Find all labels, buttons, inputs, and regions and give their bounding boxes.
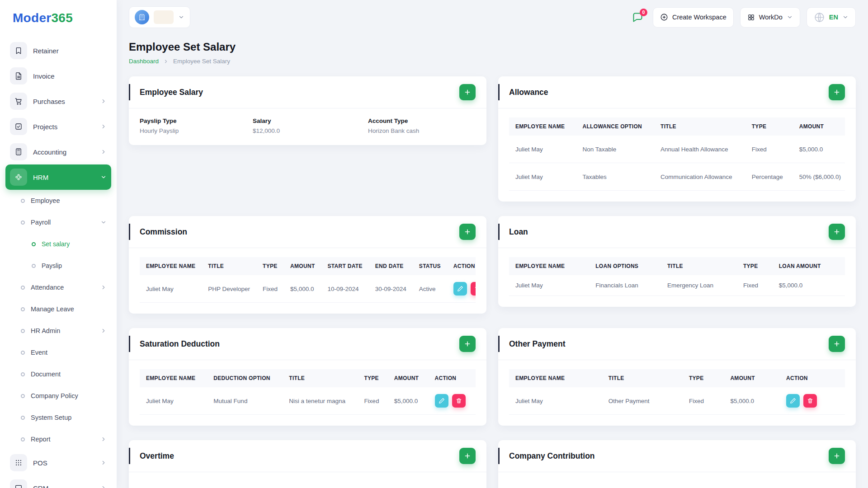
sidebar-item-label: Projects	[33, 123, 57, 131]
column-header: TYPE	[745, 117, 793, 136]
chevron-right-icon	[100, 284, 107, 291]
field-label: Account Type	[368, 117, 476, 124]
add-saturation-deduction-button[interactable]	[459, 336, 476, 352]
workspace-avatar-icon	[135, 10, 149, 24]
sidebar-item-crm[interactable]: CRM	[5, 475, 111, 488]
delete-button[interactable]	[452, 394, 466, 408]
column-header: TITLE	[202, 257, 256, 275]
table-scroll-area[interactable]: EMPLOYEE NAMELOAN OPTIONSTITLETYPELOAN A…	[509, 257, 845, 296]
column-header: TITLE	[654, 117, 745, 136]
table-body: Juliet MayMutual FundNisi a tenetur magn…	[140, 387, 476, 415]
chevron-down-icon	[787, 14, 793, 20]
pos-icon	[10, 454, 27, 471]
bullet-icon	[21, 221, 25, 225]
sidebar-item-label: System Setup	[31, 414, 71, 421]
cell: Fixed	[256, 275, 284, 303]
card-header: Employee Salary	[129, 76, 486, 108]
column-header: EMPLOYEE NAME	[509, 369, 602, 387]
column-header: ACTION	[447, 257, 476, 275]
table-scroll-area[interactable]: EMPLOYEE NAMEALLOWANCE OPTIONTITLETYPEAM…	[509, 117, 845, 191]
actions-cell	[447, 275, 476, 303]
table-scroll-area[interactable]: EMPLOYEE NAMETITLETYPEAMOUNTSTART DATEEN…	[140, 257, 476, 303]
column-header: EMPLOYEE NAME	[140, 257, 202, 275]
add-commission-button[interactable]	[459, 224, 476, 240]
delete-button[interactable]	[471, 282, 476, 296]
bullet-icon	[21, 329, 25, 333]
chevron-down-icon	[842, 14, 849, 20]
add-allowance-button[interactable]	[829, 84, 845, 100]
add-employee-salary-button[interactable]	[459, 84, 476, 100]
sidebar-item-projects[interactable]: Projects	[5, 114, 111, 139]
column-header: ACTION	[780, 369, 845, 387]
edit-button[interactable]	[453, 282, 467, 296]
sidebar-item-event[interactable]: Event	[5, 342, 111, 363]
sidebar-item-hrm[interactable]: HRM	[5, 164, 111, 190]
messages-button[interactable]: 0	[632, 11, 644, 23]
chevron-right-icon	[100, 98, 107, 104]
edit-button[interactable]	[435, 394, 448, 408]
action-buttons	[453, 282, 476, 296]
column-header: TYPE	[256, 257, 284, 275]
table-body: Juliet MayNon TaxableAnnual Health Allow…	[509, 136, 845, 191]
sidebar-item-retainer[interactable]: Retainer	[5, 38, 111, 63]
sidebar-item-pos[interactable]: POS	[5, 450, 111, 475]
sidebar-item-purchases[interactable]: Purchases	[5, 89, 111, 114]
sidebar-item-report[interactable]: Report	[5, 428, 111, 450]
cell: Mutual Fund	[207, 387, 283, 415]
chevron-right-icon	[100, 460, 107, 466]
workdo-menu-button[interactable]: WorkDo	[740, 7, 800, 28]
column-header: START DATE	[843, 257, 845, 275]
allowance-table: EMPLOYEE NAMEALLOWANCE OPTIONTITLETYPEAM…	[509, 117, 845, 191]
table-scroll-area[interactable]: EMPLOYEE NAMEDEDUCTION OPTIONTITLETYPEAM…	[140, 369, 476, 415]
chevron-right-icon	[100, 328, 107, 334]
add-overtime-button[interactable]	[459, 448, 476, 464]
sidebar-item-set-salary[interactable]: Set salary	[5, 233, 111, 255]
sidebar-item-employee[interactable]: Employee	[5, 190, 111, 211]
card-overtime: Overtime	[129, 440, 486, 488]
card-other-payment: Other PaymentEMPLOYEE NAMETITLETYPEAMOUN…	[498, 328, 856, 426]
breadcrumb-dashboard-link[interactable]: Dashboard	[129, 58, 159, 65]
card-header: Company Contribution	[498, 440, 856, 472]
card-body: EMPLOYEE NAMETITLETYPEAMOUNTSTART DATEEN…	[129, 248, 486, 314]
sidebar-item-manage-leave[interactable]: Manage Leave	[5, 298, 111, 320]
breadcrumb: Dashboard Employee Set Salary	[129, 58, 856, 65]
workspace-selector[interactable]	[129, 6, 190, 28]
cell: Emergency Loan	[661, 275, 737, 296]
sidebar-item-hr-admin[interactable]: HR Admin	[5, 320, 111, 342]
table-head: EMPLOYEE NAMETITLETYPEAMOUNTSTART DATEEN…	[140, 257, 476, 275]
edit-button[interactable]	[786, 394, 800, 408]
purchases-icon	[10, 93, 27, 110]
sidebar-item-label: Attendance	[31, 284, 64, 291]
sidebar-item-payroll[interactable]: Payroll	[5, 211, 111, 233]
delete-button[interactable]	[803, 394, 817, 408]
sidebar-item-attendance[interactable]: Attendance	[5, 277, 111, 298]
cell: PHP Developer	[202, 275, 256, 303]
workdo-grid-icon	[747, 14, 755, 21]
cell: Communication Allowance	[654, 163, 745, 191]
language-selector[interactable]: EN	[807, 7, 856, 28]
column-header: ACTION	[429, 369, 476, 387]
create-workspace-button[interactable]: Create Workspace	[653, 7, 734, 28]
sidebar-item-label: Event	[31, 349, 47, 356]
card-header: Allowance	[498, 76, 856, 108]
chevron-right-icon	[100, 149, 107, 155]
plus-circle-icon	[660, 13, 668, 21]
table-body: Juliet MayFinancials LoanEmergency LoanF…	[509, 275, 845, 296]
chevron-right-icon	[100, 436, 107, 442]
add-other-payment-button[interactable]	[829, 336, 845, 352]
chevron-right-icon	[100, 123, 107, 130]
sidebar-item-invoice[interactable]: Invoice	[5, 63, 111, 89]
sidebar-item-document[interactable]: Document	[5, 363, 111, 385]
sidebar-item-accounting[interactable]: Accounting	[5, 139, 111, 164]
cell: Taxables	[576, 163, 655, 191]
sidebar-item-company-policy[interactable]: Company Policy	[5, 385, 111, 407]
cell: Annual Health Allowance	[654, 136, 745, 163]
sidebar-item-system-setup[interactable]: System Setup	[5, 407, 111, 428]
field-value: Hourly Payslip	[140, 127, 253, 134]
card-header: Saturation Deduction	[129, 328, 486, 360]
table-scroll-area[interactable]: EMPLOYEE NAMETITLETYPEAMOUNTACTIONJuliet…	[509, 369, 845, 415]
add-loan-button[interactable]	[829, 224, 845, 240]
add-company-contribution-button[interactable]	[829, 448, 845, 464]
sidebar-item-payslip[interactable]: Payslip	[5, 255, 111, 277]
card-title: Saturation Deduction	[140, 339, 220, 349]
